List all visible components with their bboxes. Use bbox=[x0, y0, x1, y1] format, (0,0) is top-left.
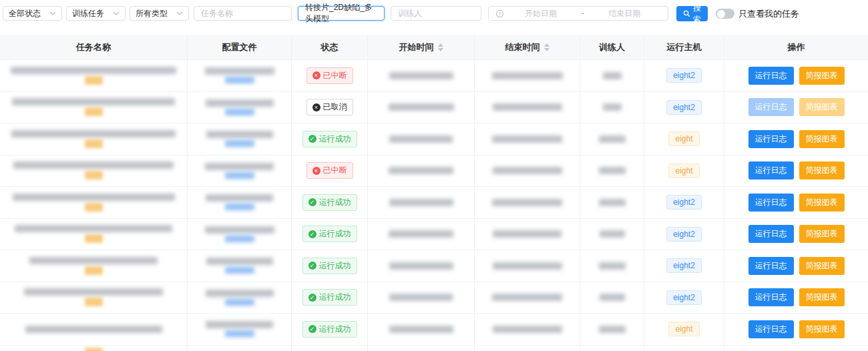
task-name-input[interactable]: 任务名称 bbox=[194, 6, 292, 21]
cell-status: ✓ 运行成功 bbox=[292, 219, 368, 251]
category-select[interactable]: 训练任务 bbox=[66, 6, 126, 21]
blurred-end-time bbox=[493, 167, 562, 174]
trainer-placeholder: 训练人 bbox=[398, 8, 422, 19]
blurred-end-time bbox=[493, 262, 562, 270]
blurred-task-tag bbox=[85, 76, 103, 85]
blurred-task-tag bbox=[85, 298, 103, 306]
task-name-placeholder: 任务名称 bbox=[201, 8, 233, 19]
run-log-button[interactable]: 运行日志 bbox=[748, 98, 794, 116]
cell-task-name bbox=[0, 155, 188, 188]
report-chart-button[interactable]: 简报图表 bbox=[799, 257, 845, 275]
cell-task-name bbox=[0, 60, 188, 92]
table-row: ✓ 运行成功 eight2 运行日志 简报图表 bbox=[0, 282, 868, 314]
run-log-button[interactable]: 运行日志 bbox=[748, 288, 794, 306]
search-button[interactable]: 搜索 bbox=[676, 6, 708, 21]
run-log-button[interactable]: 运行日志 bbox=[748, 161, 794, 180]
blurred-config-link[interactable] bbox=[225, 77, 254, 83]
report-chart-button[interactable]: 简报图表 bbox=[799, 194, 845, 212]
cell-end-time bbox=[475, 282, 580, 314]
blurred-config-link[interactable] bbox=[225, 267, 254, 274]
cell-status: ✓ 运行成功 bbox=[292, 123, 368, 155]
search-icon bbox=[683, 10, 690, 17]
status-label: 运行成功 bbox=[319, 324, 351, 335]
report-chart-button[interactable]: 简报图表 bbox=[799, 67, 845, 85]
run-log-button[interactable]: 运行日志 bbox=[748, 67, 794, 85]
sort-icon[interactable] bbox=[544, 43, 550, 51]
blurred-end-time bbox=[492, 199, 562, 206]
report-chart-button[interactable]: 简报图表 bbox=[799, 225, 845, 243]
blurred-task-tag bbox=[85, 348, 103, 351]
blurred-config-link[interactable] bbox=[225, 204, 254, 210]
blurred-config-link[interactable] bbox=[225, 140, 254, 147]
cell-start-time bbox=[368, 187, 475, 219]
cell-start-time bbox=[368, 250, 475, 282]
sort-icon[interactable] bbox=[438, 43, 443, 51]
blurred-trainer bbox=[599, 326, 626, 333]
host-tag: eight2 bbox=[666, 290, 702, 305]
blurred-config-link[interactable] bbox=[225, 172, 254, 179]
status-badge: ✓ 运行成功 bbox=[302, 321, 357, 338]
table-row: × 已中断 eight 运行日志 简报图表 bbox=[0, 155, 868, 188]
report-chart-button[interactable]: 简报图表 bbox=[799, 161, 845, 180]
cell-end-time bbox=[475, 219, 580, 251]
report-chart-button[interactable]: 简报图表 bbox=[799, 320, 845, 338]
run-log-button[interactable]: 运行日志 bbox=[748, 320, 794, 338]
blurred-task-tag bbox=[85, 203, 103, 212]
blurred-end-time bbox=[492, 72, 563, 79]
cell-host: eight bbox=[644, 155, 724, 188]
type-select[interactable]: 所有类型 bbox=[130, 6, 189, 21]
run-log-button[interactable]: 运行日志 bbox=[748, 225, 794, 243]
blurred-task-name bbox=[29, 257, 158, 264]
chevron-down-icon bbox=[113, 11, 120, 15]
run-log-button[interactable]: 运行日志 bbox=[748, 257, 794, 275]
cell-start-time bbox=[368, 346, 475, 351]
cell-task-name bbox=[0, 187, 188, 219]
cell-start-time bbox=[368, 60, 475, 92]
start-date-placeholder[interactable]: 开始日期 bbox=[504, 8, 578, 19]
report-chart-button[interactable]: 简报图表 bbox=[799, 130, 845, 148]
status-icon: ✓ bbox=[308, 294, 316, 302]
trainer-input[interactable]: 训练人 bbox=[391, 6, 481, 21]
blurred-start-time bbox=[389, 167, 453, 174]
cell-trainer bbox=[580, 123, 644, 155]
column-header-end-time[interactable]: 结束时间 bbox=[475, 35, 580, 60]
status-select[interactable]: 全部状态 bbox=[3, 6, 62, 21]
run-log-button[interactable]: 运行日志 bbox=[748, 130, 794, 148]
cell-start-time bbox=[368, 123, 475, 155]
cell-task-name bbox=[0, 92, 188, 124]
cell-trainer bbox=[580, 282, 644, 314]
my-tasks-toggle[interactable] bbox=[716, 9, 734, 19]
blurred-config-link[interactable] bbox=[225, 236, 254, 242]
blurred-task-tag bbox=[85, 107, 103, 116]
blurred-start-time bbox=[389, 135, 453, 143]
table-row: ✓ 运行成功 eight 运行日志 简报图表 bbox=[0, 314, 868, 346]
column-header-trainer: 训练人 bbox=[580, 35, 644, 60]
status-label: 运行成功 bbox=[319, 133, 351, 145]
cell-trainer bbox=[580, 187, 644, 219]
blurred-config-link[interactable] bbox=[225, 299, 254, 306]
run-log-button[interactable]: 运行日志 bbox=[748, 194, 794, 212]
cell-trainer bbox=[580, 250, 644, 282]
date-range-picker[interactable]: 开始日期 - 结束日期 bbox=[488, 6, 668, 21]
report-chart-button[interactable]: 简报图表 bbox=[799, 98, 845, 116]
blurred-config-name bbox=[206, 258, 273, 265]
host-tag: eight2 bbox=[666, 195, 702, 210]
status-badge: ✓ 运行成功 bbox=[302, 226, 357, 242]
status-badge: ✓ 运行成功 bbox=[302, 258, 357, 274]
blurred-config-link[interactable] bbox=[225, 330, 254, 337]
column-header-start-time[interactable]: 开始时间 bbox=[368, 35, 475, 60]
blurred-start-time bbox=[389, 262, 453, 270]
cell-host: eight bbox=[644, 123, 724, 155]
report-chart-button[interactable]: 简报图表 bbox=[799, 288, 845, 306]
column-header-status: 状态 bbox=[292, 35, 368, 60]
status-label: 运行成功 bbox=[319, 197, 351, 208]
blurred-config-name bbox=[205, 226, 274, 234]
blurred-config-link[interactable] bbox=[225, 109, 254, 115]
search-button-label: 搜索 bbox=[693, 3, 701, 25]
column-header-actions: 操作 bbox=[724, 35, 868, 60]
status-badge: ✓ 运行成功 bbox=[302, 131, 357, 147]
table-row: × 已取消 eight2 运行日志 简报图表 bbox=[0, 92, 868, 124]
model-search-input[interactable]: 转接片_2D缺陷_多头模型 bbox=[298, 6, 385, 21]
cell-task-name bbox=[0, 123, 188, 155]
end-date-placeholder[interactable]: 结束日期 bbox=[588, 8, 662, 19]
